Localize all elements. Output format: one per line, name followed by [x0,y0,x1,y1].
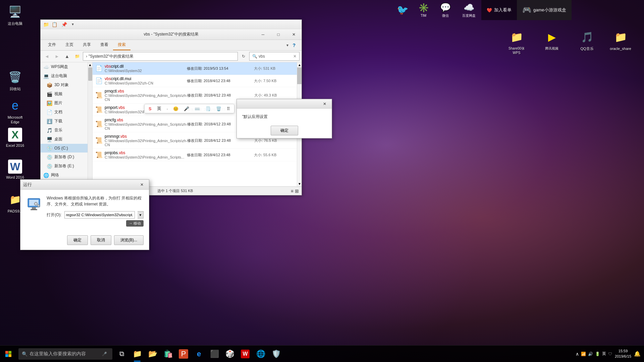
status-list-view-icon[interactable]: ≡ [291,188,293,194]
desktop-icon-computer[interactable]: 🖥️ 这台电脑 [2,2,29,28]
taskbar-7[interactable]: ⬛ [207,346,222,362]
tray-lang-icon[interactable]: 英 [602,351,606,357]
taskbar-powerpoint[interactable]: P [176,346,191,362]
sidebar-music[interactable]: 🎵 音乐 [41,126,88,135]
dvol-icon: 💿 [47,155,53,160]
desktop-icon-excel[interactable]: X Excel 2016 [2,126,29,150]
sidebar-scroll-up[interactable]: ▲ [89,62,92,67]
ime-keyboard-btn[interactable]: ⌨️ [193,106,202,112]
top-icon-wechat[interactable]: 💬 微信 [434,0,456,20]
taskbar-wps[interactable]: W [237,346,253,362]
tab-home[interactable]: 主页 [61,40,78,50]
tab-search[interactable]: 搜索 [113,40,130,50]
sidebar-pictures[interactable]: 🖼️ 图片 [41,99,88,108]
top-icon-baidu[interactable]: ☁️ 百度网盘 [456,0,481,20]
ime-mic-btn[interactable]: 🎤 [182,106,191,112]
file-scroll-down[interactable]: ▼ [297,181,302,186]
desktop-icon-word[interactable]: W Word 2016 [2,158,29,182]
taskbar-3dviewer[interactable]: 🎲 [222,346,237,362]
top-join-look[interactable]: ❤️ 加入看单 [481,0,517,20]
sidebar-3d[interactable]: 📦 3D 对象 [41,80,88,89]
ime-special-btn[interactable]: 🗒️ [203,106,213,112]
svg-rect-10 [5,354,8,357]
tray-expand[interactable]: ∧ [576,351,579,357]
refresh-button[interactable]: ↻ [239,52,248,61]
sidebar-desktop[interactable]: 🖥️ 桌面 [41,135,88,144]
run-dropdown-arrow[interactable]: ▼ [138,211,144,219]
ribbon-help-btn[interactable]: ? [290,42,298,49]
desktop-icon-edge[interactable]: e Microsoft Edge [2,96,29,127]
taskbar-clock[interactable]: 15:59 2019/6/15 [615,349,631,359]
top-right-desktop-icons: 📁 Share00张WPS ▶ 腾讯视频 🎵 QQ音乐 📁 oracle_sha… [503,27,634,57]
top-icon-tim[interactable]: ✳️ TIM [413,0,434,20]
taskbar-network[interactable]: 🌐 [253,346,268,362]
ime-delete-btn[interactable]: 🗑️ [214,106,223,112]
ime-english-btn[interactable]: 英 [155,105,163,112]
top-game[interactable]: 🎮 game小游游戏盒 [517,0,572,20]
edge-label: Microsoft Edge [3,115,27,125]
quick-toolbar-btn1[interactable]: 📋 [50,21,59,28]
run-cancel-button[interactable]: 取消 [91,235,111,245]
sidebar-video[interactable]: 🎬 视频 [41,89,88,99]
search-clear[interactable]: ✕ [293,54,297,59]
notification-btn[interactable]: 🔔 [634,351,641,357]
taskbar-edge[interactable]: e [191,346,207,362]
maximize-button[interactable]: □ [271,29,286,40]
ime-emoji-btn[interactable]: 😊 [171,106,180,112]
address-path[interactable]: › "System32"中的搜索结果 [83,52,238,61]
top-icon-speedy[interactable]: 🐦 [392,0,413,20]
tab-share[interactable]: 共享 [78,40,96,50]
close-button[interactable]: ✕ [286,29,302,40]
desktop-icon-qqmusic[interactable]: 🎵 QQ音乐 [574,27,600,57]
search-box[interactable]: 🔍 vbs ✕ [249,52,300,61]
desktop-icon-tencent[interactable]: ▶ 腾讯视频 [537,27,567,57]
sidebar-docs[interactable]: 📄 文档 [41,108,88,117]
run-browse-button[interactable]: 浏览(B)... [114,235,144,245]
table-row[interactable]: 📜 prnjobs.vbs C:\Windows\System32\Printi… [93,149,297,161]
forward-button[interactable]: ► [53,52,61,61]
sidebar-network[interactable]: 🌐 网络 [41,171,88,180]
taskbar-search[interactable]: 🔍 在这里输入你要搜索的内容 🎤 [18,348,112,360]
sidebar-thispc[interactable]: 💻 这台电脑 [41,71,88,80]
ime-more-btn[interactable]: ⠿ [225,106,232,112]
file-size-cell: 大小: 7.50 KB [254,78,294,83]
minimize-button[interactable]: ─ [255,29,271,40]
desktop-icon-share[interactable]: 📁 Share00张WPS [503,27,530,57]
small-dialog-close[interactable]: ✕ [320,100,329,108]
taskbar-explorer2[interactable]: 📂 [145,346,160,362]
quick-toolbar-btn2[interactable]: 📌 [60,21,68,28]
back-button[interactable]: ◄ [43,52,51,61]
tab-view[interactable]: 查看 [96,40,113,50]
taskbar-antivirus[interactable]: 🛡️ [268,346,284,362]
file-scroll-up[interactable]: ▲ [297,62,302,67]
tray-volume-icon[interactable]: 🔊 [588,352,593,356]
ime-dot-btn[interactable]: · [165,106,170,112]
tab-file[interactable]: 文件 [43,40,61,50]
desktop-icon-recycle[interactable]: 🗑️ 回收站 [2,67,29,93]
ime-sogou-btn[interactable]: S [147,106,154,112]
small-dialog-ok-button[interactable]: 确定 [271,126,298,135]
table-row[interactable]: 📄 vbscript.dll.mui C:\Windows\System32\z… [93,75,297,87]
start-button[interactable] [0,346,17,362]
status-icon-view-icon[interactable]: ⊞ [295,188,299,194]
sidebar-dvol[interactable]: 💿 新加卷 (D:) [41,153,88,162]
sidebar-evol[interactable]: 💿 新加卷 (E:) [41,162,88,171]
taskbar-task-view[interactable]: ⧉ [114,346,129,362]
run-ok-button[interactable]: 确定 [67,235,88,245]
taskbar-file-explorer[interactable]: 📁 [129,346,145,362]
desktop-icon-oracle[interactable]: 📁 oracle_share [607,27,634,57]
sidebar-wps[interactable]: ☁️ WPS网盘 [41,62,88,71]
sidebar-downloads[interactable]: ⬇️ 下载 [41,117,88,126]
tray-network-icon[interactable]: 📶 [581,352,586,356]
sidebar-osc[interactable]: 💿 OS (C:) [41,144,88,153]
docs-icon: 📄 [47,110,53,115]
run-input-field[interactable] [64,211,135,219]
quick-toolbar-dropdown[interactable]: ▼ [70,22,76,27]
taskbar-store[interactable]: 🛍️ [160,346,176,362]
run-input-row: 打开(O): ▼ [47,211,144,219]
table-row[interactable]: 📄 vbscript.dll C:\Windows\System32 修改日期:… [93,62,297,75]
up-button[interactable]: ▲ [63,52,71,61]
svg-rect-11 [9,354,12,357]
run-dialog-close[interactable]: ✕ [138,180,146,189]
ribbon-collapse-btn[interactable]: ▾ [284,42,290,48]
